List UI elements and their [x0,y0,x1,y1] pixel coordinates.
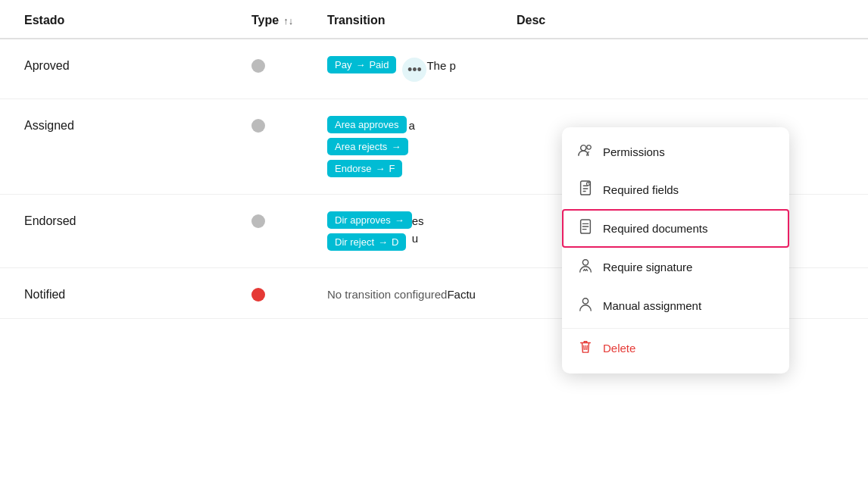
svg-point-0 [581,145,586,151]
type-dot-notified [251,288,265,302]
row-transition-endorsed: Dir approves → Dir reject → D [327,211,412,251]
row-type-aproved [251,56,327,73]
col-header-estado: Estado [24,14,251,27]
col-header-desc: Desc [517,14,844,27]
table-container: Estado Type ↑↓ Transition Desc Aproved P… [0,0,868,500]
badge-to: Paid [369,59,389,70]
required-fields-icon [577,180,594,199]
row-estado-aproved: Aproved [24,56,251,73]
row-transition-aproved: Pay → Paid ••• [327,56,426,82]
menu-item-manual-assignment[interactable]: Manual assignment [562,286,789,325]
required-documents-icon [577,219,594,238]
transition-badge: Endorse → F [327,160,402,177]
transition-badge: Dir reject → D [327,233,406,251]
menu-item-required-documents[interactable]: Required documents [562,209,789,248]
badge-arrow: → [378,236,388,248]
badge-label: Endorse [335,163,371,174]
menu-item-permissions[interactable]: Permissions [562,133,789,170]
transition-badge: Area rejects → [327,138,408,155]
row-estado-notified: Notified [24,285,251,302]
svg-point-5 [582,260,588,265]
table-header: Estado Type ↑↓ Transition Desc [0,0,868,39]
badge-to: F [389,163,395,174]
svg-point-1 [587,145,591,149]
menu-label-required-documents: Required documents [603,222,707,235]
row-estado-assigned: Assigned [24,116,251,133]
col-header-transition: Transition [327,14,517,27]
menu-label-required-fields: Required fields [603,183,679,196]
menu-item-delete[interactable]: Delete [562,328,789,367]
badge-arrow: → [395,214,404,226]
row-desc-aproved: The p [426,56,844,72]
transition-badge: Area approves [327,116,407,133]
transition-badge: Pay → Paid [327,56,396,73]
badge-from: Pay [335,59,351,70]
manual-assignment-icon [577,296,594,315]
sort-icon[interactable]: ↑↓ [283,15,293,27]
menu-label-manual-assignment: Manual assignment [603,299,701,312]
table-row: Aproved Pay → Paid ••• The p [0,39,868,99]
row-transition-notified: No transition configured [327,285,447,301]
menu-item-required-fields[interactable]: Required fields [562,170,789,209]
menu-label-permissions: Permissions [603,145,665,158]
row-estado-endorsed: Endorsed [24,211,251,228]
type-dot-assigned [251,119,265,133]
badge-label: Area approves [335,119,399,130]
badge-to: D [392,236,398,248]
row-transition-assigned: Area approves Area rejects → Endorse → F [327,116,408,177]
permissions-icon [577,143,594,161]
badge-label: Dir approves [335,214,391,226]
badge-label: Area rejects [335,141,387,152]
svg-point-6 [582,298,588,304]
menu-item-require-signature[interactable]: Require signature [562,248,789,286]
menu-label-delete: Delete [603,342,635,355]
col-header-type: Type ↑↓ [251,14,327,27]
badge-arrow: → [355,59,365,70]
badge-arrow: → [375,163,385,174]
require-signature-icon [577,258,594,277]
row-type-assigned [251,116,327,133]
delete-icon [577,339,594,358]
row-type-notified [251,285,327,302]
more-dots-icon: ••• [407,62,422,78]
type-dot-endorsed [251,214,265,228]
row-type-endorsed [251,211,327,228]
no-transition-text: No transition configured [327,285,447,301]
more-button-aproved[interactable]: ••• [402,58,426,82]
dropdown-menu: Permissions Required fields Required [562,127,789,373]
type-dot-aproved [251,59,265,73]
transition-badge: Dir approves → [327,211,412,229]
badge-label: Dir reject [335,236,374,248]
col-type-label: Type [251,14,279,27]
badge-arrow: → [391,141,401,152]
menu-label-require-signature: Require signature [603,261,692,273]
